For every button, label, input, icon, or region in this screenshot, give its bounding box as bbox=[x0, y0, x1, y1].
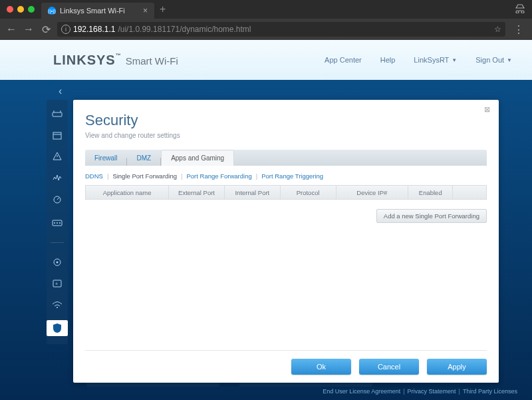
th-actions bbox=[453, 186, 486, 199]
url-host: 192.168.1.1 bbox=[73, 25, 115, 34]
sidebar-item-alert[interactable] bbox=[51, 150, 63, 162]
router-dropdown[interactable]: LinkSysRT▼ bbox=[414, 56, 457, 64]
browser-menu-button[interactable]: ⋮ bbox=[511, 23, 527, 36]
maximize-window-button[interactable] bbox=[28, 6, 35, 13]
minimize-window-button[interactable] bbox=[17, 6, 24, 13]
sidebar-item-settings[interactable] bbox=[51, 256, 63, 268]
sign-out-dropdown[interactable]: Sign Out▼ bbox=[475, 56, 512, 64]
brand-text: LINKSYS bbox=[53, 53, 116, 67]
port-forwarding-table-header: Application name External Port Internal … bbox=[85, 185, 487, 200]
panel-title: Security bbox=[85, 112, 487, 129]
browser-chrome: ((•)) Linksys Smart Wi-Fi × + ← → ⟳ i 19… bbox=[0, 0, 532, 40]
url-path: /ui/1.0.99.181171/dynamic/home.html bbox=[118, 25, 251, 34]
footer-links: End User License Agreement | Privacy Sta… bbox=[323, 388, 517, 395]
help-link[interactable]: Help bbox=[380, 56, 396, 64]
sidebar: + bbox=[47, 100, 68, 344]
url-input[interactable]: i 192.168.1.1/ui/1.0.99.181171/dynamic/h… bbox=[57, 22, 505, 37]
browser-tab[interactable]: ((•)) Linksys Smart Wi-Fi × bbox=[41, 3, 154, 19]
th-device-ip: Device IP# bbox=[336, 186, 409, 199]
apply-button[interactable]: Apply bbox=[427, 359, 487, 375]
collapse-sidebar-button[interactable]: ‹ bbox=[59, 85, 62, 97]
svg-point-10 bbox=[57, 222, 58, 224]
security-panel: ⊠ Security View and change router settin… bbox=[73, 100, 499, 383]
back-button[interactable]: ← bbox=[5, 23, 17, 35]
top-links: App Center Help LinkSysRT▼ Sign Out▼ bbox=[325, 56, 512, 64]
subtab-port-trigger[interactable]: Port Range Triggering bbox=[261, 172, 323, 180]
site-info-icon[interactable]: i bbox=[61, 25, 70, 34]
svg-point-16 bbox=[57, 307, 58, 308]
svg-point-13 bbox=[57, 262, 59, 264]
close-panel-icon[interactable]: ⊠ bbox=[484, 105, 492, 113]
subtabs: DDNS | Single Port Forwarding | Port Ran… bbox=[85, 172, 487, 180]
incognito-icon bbox=[515, 4, 525, 15]
svg-point-9 bbox=[54, 222, 55, 224]
tab-bar: ((•)) Linksys Smart Wi-Fi × + bbox=[0, 0, 532, 19]
sidebar-item-security[interactable] bbox=[47, 320, 68, 336]
tab-dmz[interactable]: DMZ bbox=[127, 150, 160, 166]
sidebar-item-speed[interactable] bbox=[51, 193, 63, 205]
sign-out-label: Sign Out bbox=[475, 56, 504, 64]
brand-subtitle: Smart Wi-Fi bbox=[126, 55, 178, 67]
sidebar-item-devices[interactable] bbox=[51, 217, 63, 229]
th-enabled: Enabled bbox=[408, 186, 453, 199]
privacy-link[interactable]: Privacy Statement bbox=[408, 388, 456, 395]
body-area: ‹ + ⊠ Security View and change router se… bbox=[0, 80, 532, 400]
svg-rect-3 bbox=[53, 132, 61, 139]
subtab-ddns[interactable]: DDNS bbox=[85, 172, 103, 180]
bookmark-star-icon[interactable]: ☆ bbox=[494, 25, 501, 34]
top-bar: LINKSYS™ Smart Wi-Fi App Center Help Lin… bbox=[0, 40, 532, 80]
footer-divider: | bbox=[403, 388, 404, 395]
svg-point-11 bbox=[59, 222, 61, 224]
cancel-button[interactable]: Cancel bbox=[359, 359, 419, 375]
forward-button[interactable]: → bbox=[23, 23, 35, 35]
subtab-single-port[interactable]: Single Port Forwarding bbox=[112, 172, 177, 180]
th-external-port: External Port bbox=[169, 186, 225, 199]
router-name-label: LinkSysRT bbox=[414, 56, 449, 64]
tab-firewall[interactable]: Firewall bbox=[85, 150, 126, 166]
caret-down-icon: ▼ bbox=[507, 57, 512, 63]
sidebar-item-router[interactable] bbox=[51, 108, 63, 120]
brand-logo: LINKSYS™ Smart Wi-Fi bbox=[53, 53, 178, 68]
close-window-button[interactable] bbox=[7, 6, 13, 13]
caret-down-icon: ▼ bbox=[452, 57, 457, 63]
footer-divider: | bbox=[459, 388, 460, 395]
add-port-forwarding-button[interactable]: Add a new Single Port Forwarding bbox=[376, 209, 487, 223]
th-protocol: Protocol bbox=[281, 186, 336, 199]
subtab-divider: | bbox=[181, 172, 182, 180]
third-party-link[interactable]: Third Party Licenses bbox=[463, 388, 517, 395]
sidebar-item-media[interactable]: + bbox=[51, 278, 63, 290]
sidebar-item-activity[interactable] bbox=[51, 172, 63, 184]
app-center-link[interactable]: App Center bbox=[325, 56, 362, 64]
sidebar-separator bbox=[51, 242, 64, 243]
wifi-favicon-icon: ((•)) bbox=[48, 7, 56, 15]
svg-rect-0 bbox=[53, 112, 62, 116]
address-bar: ← → ⟳ i 192.168.1.1/ui/1.0.99.181171/dyn… bbox=[0, 19, 532, 40]
panel-footer: Ok Cancel Apply bbox=[85, 350, 487, 375]
sidebar-item-wifi[interactable] bbox=[51, 299, 63, 311]
th-internal-port: Internal Port bbox=[225, 186, 281, 199]
ok-button[interactable]: Ok bbox=[291, 359, 351, 375]
th-application-name: Application name bbox=[86, 186, 169, 199]
subtab-divider: | bbox=[256, 172, 257, 180]
svg-line-7 bbox=[57, 198, 59, 200]
svg-text:+: + bbox=[55, 282, 58, 286]
subtab-port-range[interactable]: Port Range Forwarding bbox=[187, 172, 252, 180]
window-controls bbox=[0, 6, 41, 13]
eula-link[interactable]: End User License Agreement bbox=[323, 388, 400, 395]
tabs-row: Firewall DMZ Apps and Gaming bbox=[85, 150, 487, 166]
close-tab-icon[interactable]: × bbox=[143, 6, 148, 15]
page-body: LINKSYS™ Smart Wi-Fi App Center Help Lin… bbox=[0, 40, 532, 400]
subtab-divider: | bbox=[107, 172, 108, 180]
panel-subtitle: View and change router settings bbox=[85, 132, 487, 139]
tab-apps-gaming[interactable]: Apps and Gaming bbox=[161, 150, 234, 166]
tab-title: Linksys Smart Wi-Fi bbox=[60, 7, 125, 15]
new-tab-button[interactable]: + bbox=[154, 3, 171, 15]
sidebar-item-schedule[interactable] bbox=[51, 129, 63, 141]
reload-button[interactable]: ⟳ bbox=[40, 23, 52, 36]
